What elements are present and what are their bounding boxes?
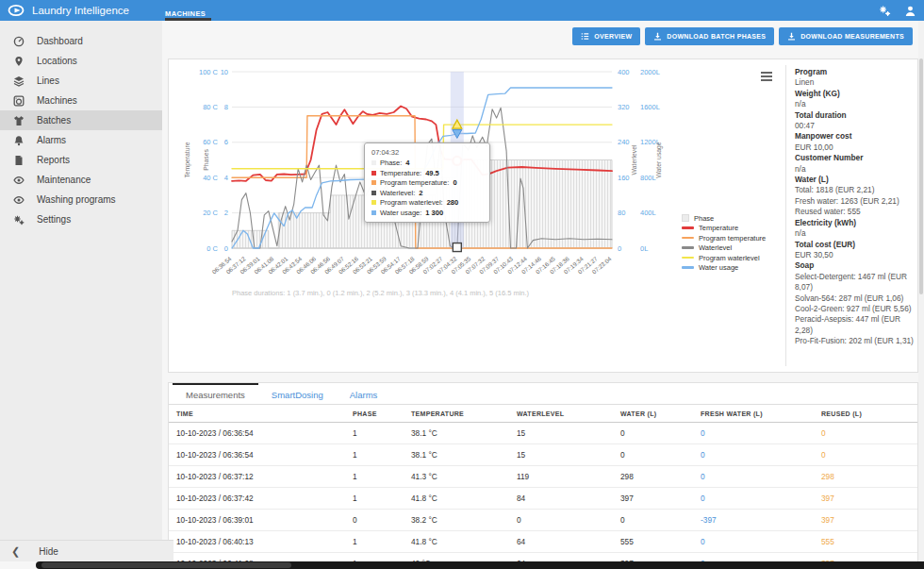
table-cell: 0 <box>814 444 917 466</box>
legend-item-phase[interactable]: Phase <box>682 214 766 222</box>
sidebar-item-machines[interactable]: Machines <box>0 91 162 110</box>
dashboard-icon <box>13 36 25 47</box>
legend-item-temperature[interactable]: Temperature <box>682 225 766 232</box>
legend-swatch <box>682 257 694 259</box>
axis-title: Waterlevel <box>631 144 637 175</box>
tooltip-value: 1 300 <box>425 209 443 217</box>
table-cell: 555 <box>814 531 917 553</box>
sidebar-item-dashboard[interactable]: Dashboard <box>0 31 162 51</box>
tab-smartdosing[interactable]: SmartDosing <box>258 383 337 404</box>
legend-label: Phase <box>694 214 714 223</box>
sidebar-item-washing-programs[interactable]: Washing programs <box>0 190 162 209</box>
gears-icon[interactable] <box>879 5 891 17</box>
table-cell: 15 <box>509 423 613 444</box>
chevron-left-icon: ❮ <box>11 545 20 558</box>
tooltip-swatch <box>371 160 376 165</box>
washing-machine-icon <box>13 95 25 107</box>
table-cell: 0 <box>693 488 814 510</box>
axis-tick-label: 10 <box>221 68 228 76</box>
table-row[interactable]: 10-10-2023 / 06:37:12141.3 °C1192980298 <box>169 466 917 488</box>
legend-item-program-waterlevel[interactable]: Program waterlevel <box>682 254 766 261</box>
legend-label: Water usage <box>699 263 738 272</box>
chart-menu-icon[interactable] <box>760 69 773 80</box>
table-cell: 84 <box>509 488 613 510</box>
axis-tick-label: 2 <box>224 209 228 217</box>
tooltip-time: 07:04:32 <box>371 148 483 157</box>
eye-icon <box>13 175 25 186</box>
program-field-label: Weight (KG) <box>795 89 914 99</box>
axis-tick-label: 2000L <box>640 68 660 76</box>
bottom-scrollbar-thumb[interactable] <box>41 562 291 568</box>
hide-sidebar-button[interactable]: ❮ Hide <box>0 540 173 561</box>
program-field-value: Cool-2-Green: 927 ml (EUR 5,56) <box>795 304 914 314</box>
table-cell: 38.2 °C <box>404 510 509 531</box>
top-header: Laundry Intelligence MACHINES <box>0 0 924 21</box>
table-row[interactable]: 10-10-2023 / 06:39:01038.2 °C00-397397 <box>169 510 917 531</box>
sidebar-item-maintenance[interactable]: Maintenance <box>0 170 162 190</box>
sidebar-item-label: Dashboard <box>37 36 83 46</box>
app-root: Laundry Intelligence MACHINES DashboardL… <box>0 0 924 569</box>
axis-tick-label: 100 C <box>199 68 219 76</box>
overview-button[interactable]: OVERVIEW <box>572 27 640 45</box>
tab-alarms[interactable]: Alarms <box>337 383 391 404</box>
sidebar-item-lines[interactable]: Lines <box>0 71 162 91</box>
legend-item-waterlevel[interactable]: Waterlevel <box>682 244 766 252</box>
axis-tick-label: 0 <box>618 244 621 253</box>
toolbar: OVERVIEW DOWNLOAD BATCH PHASES DOWNLOAD … <box>572 27 913 45</box>
bottom-scrollbar[interactable] <box>36 561 924 569</box>
program-field-value: n/a <box>795 164 914 175</box>
table-cell: 397 <box>814 510 917 531</box>
legend-label: Program waterlevel <box>699 254 760 262</box>
tooltip-value: 280 <box>447 198 459 207</box>
program-field-label: Soap <box>795 260 914 271</box>
sidebar-item-alarms[interactable]: Alarms <box>0 130 162 150</box>
table-cell: 64 <box>509 531 613 553</box>
brand: Laundry Intelligence <box>0 4 158 17</box>
table-cell: 38.1 °C <box>404 423 509 444</box>
axis-title: Phases <box>203 149 209 171</box>
tab-machines[interactable]: MACHINES <box>165 0 211 21</box>
tooltip-row: Water usage:1 300 <box>371 209 483 217</box>
overview-label: OVERVIEW <box>594 33 632 40</box>
program-field-value: n/a <box>795 228 914 239</box>
table-row[interactable]: 10-10-2023 / 06:40:13141.8 °C645550555 <box>169 531 917 553</box>
axis-tick-label: 40 C <box>203 174 218 182</box>
legend-item-program-temperature[interactable]: Program temperature <box>682 234 766 242</box>
legend-label: Temperature <box>699 224 738 232</box>
sidebar-item-label: Batches <box>37 115 71 126</box>
table-row[interactable]: 10-10-2023 / 06:37:42141.8 °C843970397 <box>169 488 917 510</box>
sidebar-item-locations[interactable]: Locations <box>0 51 162 71</box>
program-field-label: Customer Number <box>795 153 914 163</box>
table-row[interactable]: 10-10-2023 / 06:36:54138.1 °C15000 <box>169 444 917 466</box>
tooltip-row: Temperature:49.5 <box>371 169 483 177</box>
program-field-value: 00:47 <box>795 121 914 131</box>
table-cell: 0 <box>613 510 693 531</box>
table-cell: 10-10-2023 / 06:36:54 <box>169 423 345 444</box>
axis-tick-label: 80 <box>618 209 625 217</box>
page-scrollbar[interactable] <box>918 21 924 561</box>
axis-title: Temperature <box>184 142 191 177</box>
sidebar-item-reports[interactable]: Reports <box>0 150 162 170</box>
tooltip-label: Program waterlevel: <box>380 198 443 207</box>
sidebar-item-settings[interactable]: Settings <box>0 209 162 229</box>
user-icon[interactable] <box>904 5 916 17</box>
tooltip-row: Phase:4 <box>371 159 483 167</box>
download-batch-phases-button[interactable]: DOWNLOAD BATCH PHASES <box>645 27 774 45</box>
program-field-label: Electricity (kWh) <box>795 218 914 228</box>
column-header-reused-l-: REUSED (L) <box>814 405 917 423</box>
download-measurements-button[interactable]: DOWNLOAD MEASUREMENTS <box>779 27 913 45</box>
table-cell: 10-10-2023 / 06:37:42 <box>169 488 345 510</box>
legend-item-water-usage[interactable]: Water usage <box>682 264 766 272</box>
axis-tick-label: 160 <box>618 174 630 182</box>
axis-tick-label: 6 <box>224 138 228 146</box>
table-cell: 0 <box>509 510 613 531</box>
table-row[interactable]: 10-10-2023 / 06:36:54138.1 °C15000 <box>169 423 917 444</box>
table-cell: 0 <box>693 531 814 553</box>
page-scrollbar-thumb[interactable] <box>919 59 923 294</box>
sidebar-item-batches[interactable]: Batches <box>0 110 162 130</box>
tab-measurements[interactable]: Measurements <box>173 383 258 404</box>
axis-tick-label: 80 C <box>203 103 218 111</box>
table-cell: 41.3 °C <box>404 466 509 488</box>
axis-tick-label: 0L <box>640 244 648 253</box>
tooltip-swatch <box>371 200 376 205</box>
